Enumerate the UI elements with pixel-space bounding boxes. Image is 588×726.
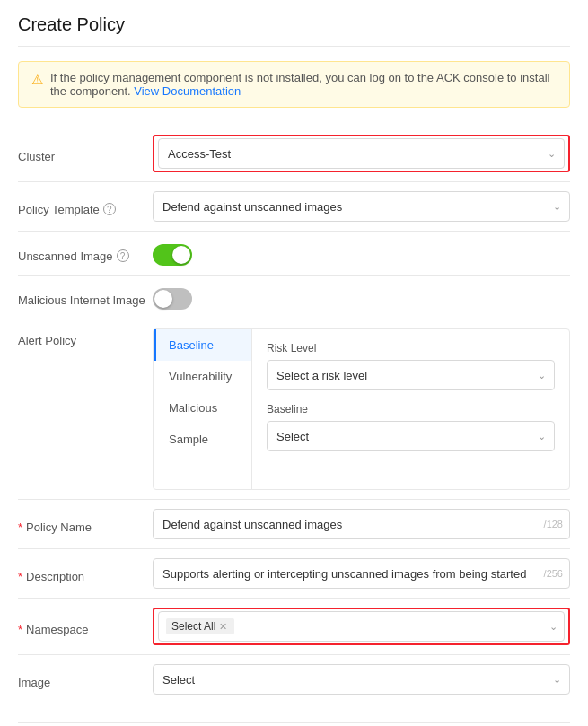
risk-level-select-wrapper: Select a risk level ⌄ [267, 360, 555, 390]
baseline-label: Baseline [267, 403, 555, 415]
view-documentation-link[interactable]: View Documentation [134, 84, 241, 98]
image-select-wrapper: Select ⌄ [153, 664, 570, 695]
namespace-tag-close[interactable]: ✕ [219, 621, 227, 633]
alert-banner: ⚠ If the policy management component is … [18, 61, 570, 108]
toggle-thumb [172, 246, 190, 264]
unscanned-image-toggle[interactable] [153, 244, 192, 266]
namespace-row: Namespace Select All ✕ ⌄ [18, 599, 570, 654]
description-char-count: /256 [544, 568, 563, 579]
cluster-row: Cluster Access-Test ⌄ [18, 126, 570, 181]
alert-policy-control: Baseline Vulnerability Malicious Sample [153, 328, 570, 490]
description-input[interactable] [153, 558, 570, 589]
malicious-image-toggle-wrapper [153, 284, 570, 310]
policy-name-control: /128 [153, 509, 570, 539]
warning-icon: ⚠ [31, 72, 43, 88]
form: Cluster Access-Test ⌄ Policy Template ? [18, 126, 570, 704]
sidebar-item-vulnerability[interactable]: Vulnerability [154, 361, 251, 392]
page-container: Create Policy ⚠ If the policy management… [0, 0, 588, 726]
unscanned-image-control [153, 241, 570, 266]
alert-policy-container: Baseline Vulnerability Malicious Sample [153, 328, 570, 490]
policy-name-input[interactable] [153, 509, 570, 539]
footer: OK Cancel [18, 722, 570, 726]
namespace-highlight: Select All ✕ ⌄ [153, 608, 570, 645]
malicious-image-row: Malicious Internet Image [18, 276, 570, 319]
policy-template-info-icon[interactable]: ? [103, 203, 116, 215]
alert-text: If the policy management component is no… [50, 71, 557, 98]
policy-template-label: Policy Template ? [18, 197, 153, 216]
description-control: /256 [153, 558, 570, 589]
malicious-image-label: Malicious Internet Image [18, 288, 153, 307]
risk-level-select-inner: Select a risk level ⌄ [267, 360, 555, 390]
unscanned-image-info-icon[interactable]: ? [117, 249, 129, 262]
image-label: Image [18, 670, 153, 689]
description-label: Description [18, 564, 153, 583]
sidebar-item-sample[interactable]: Sample [154, 424, 251, 455]
policy-template-select[interactable]: Defend against unscanned images [153, 191, 570, 222]
baseline-select[interactable]: Select [267, 421, 555, 451]
description-input-wrapper: /256 [153, 558, 570, 589]
namespace-label: Namespace [18, 617, 153, 636]
risk-level-label: Risk Level [267, 342, 555, 354]
sidebar-item-baseline[interactable]: Baseline [154, 329, 251, 361]
image-row: Image Select ⌄ [18, 655, 570, 704]
namespace-control: Select All ✕ ⌄ [153, 608, 570, 645]
alert-policy-sidebar: Baseline Vulnerability Malicious Sample [154, 329, 252, 489]
baseline-select-inner: Select ⌄ [267, 421, 555, 451]
image-select[interactable]: Select [153, 664, 570, 695]
cluster-select-wrapper: Access-Test ⌄ [158, 138, 565, 169]
namespace-tag-select-all: Select All ✕ [166, 618, 234, 634]
cluster-control: Access-Test ⌄ [153, 135, 570, 172]
toggle-track [153, 244, 192, 266]
unscanned-image-label: Unscanned Image ? [18, 244, 153, 263]
toggle-track-off [153, 288, 192, 310]
alert-policy-label: Alert Policy [18, 328, 153, 347]
description-row: Description /256 [18, 549, 570, 598]
unscanned-image-row: Unscanned Image ? [18, 232, 570, 275]
namespace-select-wrapper: Select All ✕ ⌄ [158, 611, 565, 642]
malicious-image-toggle[interactable] [153, 288, 192, 310]
policy-name-label: Policy Name [18, 515, 153, 534]
baseline-select-wrapper: Select ⌄ [267, 421, 555, 451]
cluster-select[interactable]: Access-Test [158, 138, 565, 169]
policy-template-select-wrapper: Defend against unscanned images ⌄ [153, 191, 570, 222]
malicious-image-control [153, 284, 570, 310]
risk-level-select[interactable]: Select a risk level [267, 360, 555, 390]
policy-name-row: Policy Name /128 [18, 500, 570, 548]
page-title: Create Policy [18, 14, 570, 47]
alert-policy-row: Alert Policy Baseline Vulnerability Mali… [18, 319, 570, 499]
divider-9 [18, 704, 570, 704]
policy-template-row: Policy Template ? Defend against unscann… [18, 182, 570, 231]
image-control: Select ⌄ [153, 664, 570, 695]
alert-policy-content: Risk Level Select a risk level ⌄ Baselin… [252, 329, 569, 489]
cluster-highlight: Access-Test ⌄ [153, 135, 570, 172]
policy-name-input-wrapper: /128 [153, 509, 570, 539]
policy-template-control: Defend against unscanned images ⌄ [153, 191, 570, 222]
cluster-label: Cluster [18, 144, 153, 163]
policy-name-char-count: /128 [544, 519, 563, 529]
toggle-thumb-off [154, 290, 172, 308]
namespace-tag-select[interactable]: Select All ✕ [158, 611, 565, 642]
sidebar-item-malicious[interactable]: Malicious [154, 392, 251, 424]
unscanned-image-toggle-wrapper [153, 241, 570, 266]
